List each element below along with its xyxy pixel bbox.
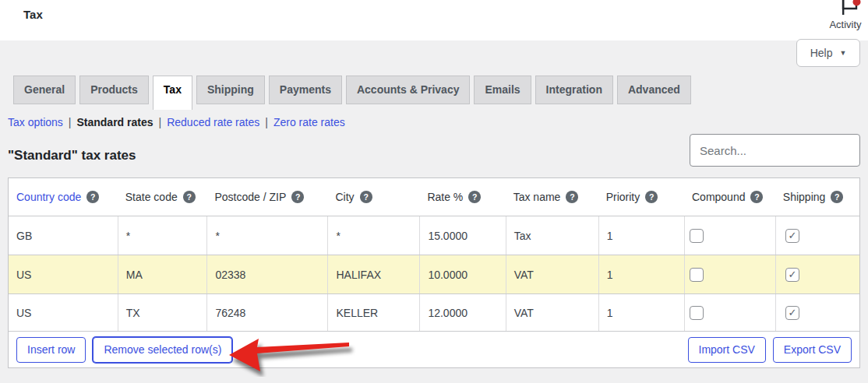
help-icon[interactable]: ?	[831, 191, 843, 203]
woocommerce-tax-settings-page: Tax Activity Help ▼ General Products Tax…	[0, 0, 868, 383]
cell-priority[interactable]: 1	[598, 255, 684, 293]
table-row: US TX 76248 KELLER 12.0000 VAT 1 ✓ ✓	[9, 293, 859, 331]
help-button-label: Help	[810, 47, 833, 59]
compound-checkbox[interactable]: ✓	[690, 268, 704, 282]
cell-city[interactable]: KELLER	[327, 294, 419, 331]
cell-priority[interactable]: 1	[598, 216, 684, 255]
tab-advanced[interactable]: Advanced	[617, 76, 691, 104]
cell-state-code[interactable]: *	[118, 216, 207, 255]
export-csv-button[interactable]: Export CSV	[773, 337, 852, 363]
check-icon: ✓	[788, 307, 796, 318]
shipping-checkbox[interactable]: ✓	[785, 306, 799, 320]
column-compound: Compound	[692, 191, 746, 203]
cell-tax-name[interactable]: VAT	[506, 255, 598, 293]
search-input[interactable]	[690, 134, 860, 167]
cell-tax-name[interactable]: VAT	[506, 294, 598, 331]
tab-accounts-privacy[interactable]: Accounts & Privacy	[346, 76, 471, 104]
cell-postcode[interactable]: 76248	[206, 294, 327, 331]
table-row: US MA 02338 HALIFAX 10.0000 VAT 1 ✓ ✓	[9, 255, 859, 293]
cell-country-code[interactable]: GB	[9, 216, 118, 255]
help-icon[interactable]: ?	[291, 191, 304, 203]
column-city: City	[335, 191, 354, 203]
tab-emails[interactable]: Emails	[474, 76, 531, 104]
cell-state-code[interactable]: TX	[118, 294, 207, 331]
subnav-separator: |	[159, 116, 162, 128]
help-icon[interactable]: ?	[468, 191, 481, 203]
compound-checkbox[interactable]: ✓	[690, 229, 704, 243]
column-postcode: Postcode / ZIP	[214, 191, 286, 203]
table-row: GB * * * 15.0000 Tax 1 ✓ ✓	[9, 216, 859, 255]
remove-selected-rows-button[interactable]: Remove selected row(s)	[93, 337, 232, 363]
cell-country-code[interactable]: US	[9, 294, 118, 331]
table-header-row: Country code? State code? Postcode / ZIP…	[9, 178, 859, 216]
help-icon[interactable]: ?	[360, 191, 372, 203]
column-priority: Priority	[606, 191, 640, 203]
cell-city[interactable]: HALIFAX	[327, 255, 419, 293]
tab-tax[interactable]: Tax	[153, 76, 192, 110]
column-rate: Rate %	[427, 191, 463, 203]
cell-rate[interactable]: 10.0000	[419, 255, 505, 293]
tax-subnav: Tax options|Standard rates|Reduced rate …	[8, 116, 345, 128]
page-title: Tax	[23, 8, 43, 21]
cell-country-code[interactable]: US	[9, 255, 118, 293]
help-icon[interactable]: ?	[86, 191, 99, 203]
help-icon[interactable]: ?	[566, 191, 578, 203]
compound-checkbox[interactable]: ✓	[690, 306, 704, 320]
tab-general[interactable]: General	[13, 76, 76, 104]
column-country-code: Country code	[16, 191, 81, 203]
cell-state-code[interactable]: MA	[118, 255, 207, 293]
column-tax-name: Tax name	[513, 191, 561, 203]
subnav-separator: |	[69, 116, 72, 128]
chevron-down-icon: ▼	[839, 49, 846, 57]
cell-postcode[interactable]: *	[206, 216, 327, 255]
cell-priority[interactable]: 1	[598, 294, 684, 331]
tax-rates-table: Country code? State code? Postcode / ZIP…	[8, 177, 860, 368]
shipping-checkbox[interactable]: ✓	[785, 229, 799, 243]
subnav-zero-rate-rates[interactable]: Zero rate rates	[273, 116, 345, 128]
check-icon: ✓	[788, 269, 796, 279]
help-icon[interactable]: ?	[183, 191, 196, 203]
help-icon[interactable]: ?	[750, 191, 763, 203]
check-icon: ✓	[788, 230, 796, 241]
tab-shipping[interactable]: Shipping	[196, 76, 265, 104]
help-dropdown-button[interactable]: Help ▼	[796, 39, 860, 67]
cell-tax-name[interactable]: Tax	[506, 216, 598, 255]
table-footer: Insert row Remove selected row(s) Import…	[9, 331, 859, 367]
help-icon[interactable]: ?	[645, 191, 658, 203]
subnav-tax-options[interactable]: Tax options	[8, 116, 63, 128]
subnav-reduced-rate-rates[interactable]: Reduced rate rates	[167, 116, 259, 128]
admin-topbar: Tax Activity	[0, 0, 868, 40]
cell-rate[interactable]: 12.0000	[419, 294, 505, 331]
settings-tab-bar: General Products Tax Shipping Payments A…	[13, 76, 691, 110]
section-title: "Standard" tax rates	[8, 148, 136, 163]
activity-label: Activity	[823, 19, 868, 30]
import-csv-button[interactable]: Import CSV	[688, 337, 766, 363]
cell-rate[interactable]: 15.0000	[419, 216, 505, 255]
column-state-code: State code	[125, 191, 178, 203]
column-shipping: Shipping	[783, 191, 826, 203]
activity-flag-icon	[840, 0, 862, 16]
subnav-standard-rates[interactable]: Standard rates	[76, 116, 153, 128]
tab-products[interactable]: Products	[79, 76, 149, 104]
insert-row-button[interactable]: Insert row	[16, 337, 86, 363]
cell-postcode[interactable]: 02338	[206, 255, 327, 293]
tab-integration[interactable]: Integration	[535, 76, 613, 104]
cell-city[interactable]: *	[327, 216, 419, 255]
subnav-separator: |	[265, 116, 268, 128]
tab-payments[interactable]: Payments	[269, 76, 342, 104]
shipping-checkbox[interactable]: ✓	[785, 268, 799, 282]
